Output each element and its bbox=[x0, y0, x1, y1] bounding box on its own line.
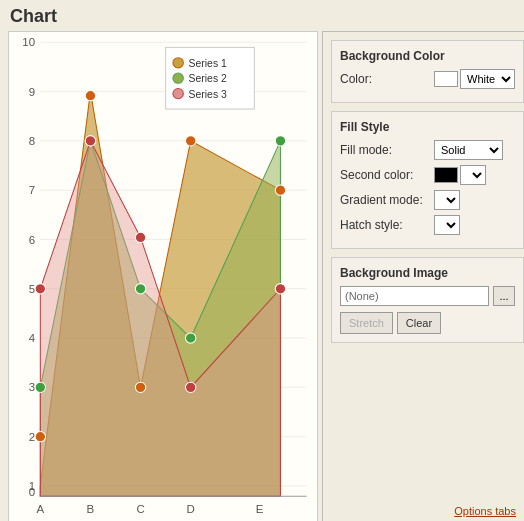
color-label: Color: bbox=[340, 72, 430, 86]
background-image-input[interactable] bbox=[340, 286, 489, 306]
svg-text:7: 7 bbox=[29, 184, 35, 196]
svg-text:3: 3 bbox=[29, 382, 35, 394]
svg-point-51 bbox=[173, 88, 183, 98]
chart-container: 10 9 8 7 6 5 4 3 2 1 0 bbox=[8, 31, 318, 521]
svg-point-25 bbox=[35, 432, 45, 442]
svg-text:6: 6 bbox=[29, 234, 35, 246]
hatch-style-select[interactable] bbox=[434, 215, 460, 235]
white-color-preview bbox=[434, 71, 458, 87]
svg-text:A: A bbox=[36, 503, 44, 515]
svg-text:2: 2 bbox=[29, 431, 35, 443]
second-color-label: Second color: bbox=[340, 168, 430, 182]
svg-point-30 bbox=[35, 382, 45, 392]
svg-text:5: 5 bbox=[29, 283, 35, 295]
svg-point-49 bbox=[173, 73, 183, 83]
svg-point-26 bbox=[85, 91, 95, 101]
svg-text:Series 2: Series 2 bbox=[189, 73, 228, 84]
svg-point-28 bbox=[185, 136, 195, 146]
background-image-section: Background Image ... Stretch Clear bbox=[331, 257, 524, 343]
second-color-select[interactable] bbox=[460, 165, 486, 185]
svg-point-37 bbox=[135, 232, 145, 242]
svg-point-27 bbox=[135, 382, 145, 392]
svg-text:D: D bbox=[187, 503, 195, 515]
fill-style-section: Fill Style Fill mode: Solid Gradient Hat… bbox=[331, 111, 524, 249]
gradient-mode-select[interactable] bbox=[434, 190, 460, 210]
page-title: Chart bbox=[0, 0, 524, 31]
svg-text:C: C bbox=[136, 503, 144, 515]
svg-text:4: 4 bbox=[29, 332, 35, 344]
fill-style-header: Fill Style bbox=[340, 120, 515, 134]
svg-point-33 bbox=[185, 333, 195, 343]
background-image-header: Background Image bbox=[340, 266, 515, 280]
background-color-header: Background Color bbox=[340, 49, 515, 63]
svg-point-36 bbox=[85, 136, 95, 146]
svg-point-32 bbox=[135, 284, 145, 294]
svg-point-47 bbox=[173, 58, 183, 68]
svg-text:Series 3: Series 3 bbox=[189, 89, 228, 100]
svg-point-38 bbox=[185, 382, 195, 392]
svg-point-35 bbox=[35, 284, 45, 294]
background-image-browse-button[interactable]: ... bbox=[493, 286, 515, 306]
fill-mode-select[interactable]: Solid Gradient Hatch None bbox=[434, 140, 503, 160]
svg-text:E: E bbox=[256, 503, 264, 515]
options-tabs-label: Options tabs bbox=[454, 505, 516, 517]
svg-text:0: 0 bbox=[29, 486, 35, 498]
hatch-style-label: Hatch style: bbox=[340, 218, 430, 232]
gradient-mode-label: Gradient mode: bbox=[340, 193, 430, 207]
second-color-preview bbox=[434, 167, 458, 183]
background-color-section: Background Color Color: White bbox=[331, 40, 524, 103]
stretch-button[interactable]: Stretch bbox=[340, 312, 393, 334]
fill-mode-label: Fill mode: bbox=[340, 143, 430, 157]
svg-point-39 bbox=[275, 284, 285, 294]
svg-text:8: 8 bbox=[29, 135, 35, 147]
svg-text:9: 9 bbox=[29, 86, 35, 98]
background-color-select[interactable]: White bbox=[460, 69, 515, 89]
svg-text:10: 10 bbox=[22, 36, 35, 48]
svg-text:B: B bbox=[87, 503, 95, 515]
svg-point-34 bbox=[275, 136, 285, 146]
clear-button[interactable]: Clear bbox=[397, 312, 441, 334]
svg-point-29 bbox=[275, 185, 285, 195]
options-panel: Background Color Color: White Fill Style… bbox=[322, 31, 524, 521]
svg-text:Series 1: Series 1 bbox=[189, 58, 228, 69]
